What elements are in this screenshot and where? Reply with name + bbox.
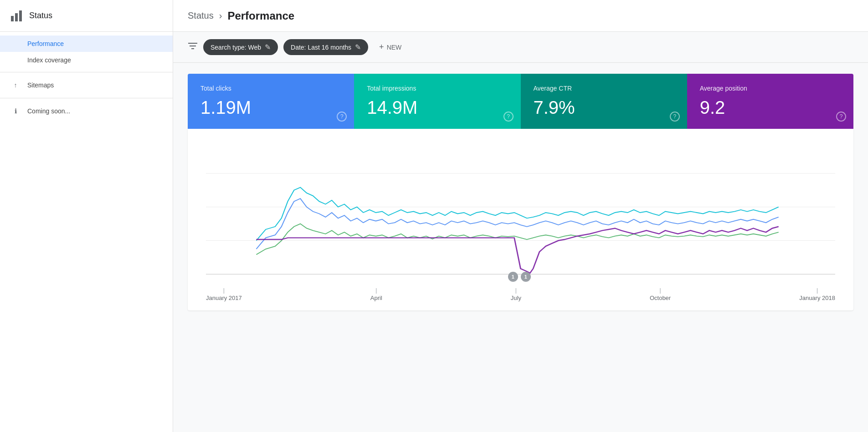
sitemaps-icon: ↑ [11,81,20,89]
sidebar-header: Status [0,0,173,32]
total-clicks-value: 1.19M [200,97,341,118]
sidebar-item-coming-soon[interactable]: ℹ Coming soon... [0,102,173,120]
main-header: Status › Performance [173,0,868,32]
search-type-chip[interactable]: Search type: Web ✎ [203,39,278,55]
filter-bar: Search type: Web ✎ Date: Last 16 months … [173,32,868,63]
performance-chart [206,140,835,285]
average-ctr-help[interactable]: ? [670,112,680,122]
sidebar: Status Performance Index coverage ↑ Site… [0,0,173,432]
breadcrumb-arrow: › [219,10,222,21]
main-content: Status › Performance Search type: Web ✎ … [173,0,868,432]
stat-card-average-ctr[interactable]: Average CTR 7.9% ? [521,74,687,129]
stats-container: Total clicks 1.19M ? Total impressions 1… [188,74,853,129]
average-position-help[interactable]: ? [836,112,846,122]
x-label-jan-2018: | January 2018 [799,287,835,301]
x-label-april: | April [370,287,382,301]
plus-icon: + [379,42,384,52]
sidebar-divider-1 [0,72,173,72]
chart-area[interactable] [188,140,853,285]
average-ctr-value: 7.9% [534,97,674,118]
info-icon: ℹ [11,107,20,115]
total-clicks-help[interactable]: ? [337,112,347,122]
sidebar-item-sitemaps[interactable]: ↑ Sitemaps [0,76,173,94]
stat-card-total-impressions[interactable]: Total impressions 14.9M ? [354,74,520,129]
svg-rect-2 [19,10,22,21]
sidebar-item-index-coverage[interactable]: Index coverage [0,52,173,68]
x-label-october: | October [650,287,671,301]
svg-rect-1 [15,13,18,21]
chart-x-axis: 1 1 | January 2017 | April | July [188,285,853,310]
breadcrumb-parent: Status [188,10,214,21]
x-label-jan-2017: | January 2017 [206,287,242,301]
stat-card-total-clicks[interactable]: Total clicks 1.19M ? [188,74,354,129]
svg-rect-0 [11,16,14,21]
date-edit-icon: ✎ [355,43,361,51]
sidebar-divider-2 [0,98,173,98]
status-app-icon [9,9,24,23]
sidebar-app-title: Status [29,11,52,20]
total-impressions-label: Total impressions [367,85,508,92]
total-impressions-value: 14.9M [367,97,508,118]
new-filter-button[interactable]: + NEW [374,40,407,55]
date-chip[interactable]: Date: Last 16 months ✎ [283,39,368,55]
average-position-value: 9.2 [700,97,841,118]
total-impressions-help[interactable]: ? [503,112,514,122]
average-position-label: Average position [700,85,841,92]
sidebar-item-performance[interactable]: Performance [0,36,173,52]
search-type-edit-icon: ✎ [265,43,271,51]
chart-container: 1 1 | January 2017 | April | July [188,129,853,310]
total-clicks-label: Total clicks [200,85,341,92]
average-ctr-label: Average CTR [534,85,674,92]
page-title: Performance [227,10,294,22]
filter-icon[interactable] [188,42,198,52]
sidebar-nav: Performance Index coverage ↑ Sitemaps ℹ … [0,32,173,124]
x-label-july: | July [511,287,521,301]
stat-card-average-position[interactable]: Average position 9.2 ? [687,74,853,129]
